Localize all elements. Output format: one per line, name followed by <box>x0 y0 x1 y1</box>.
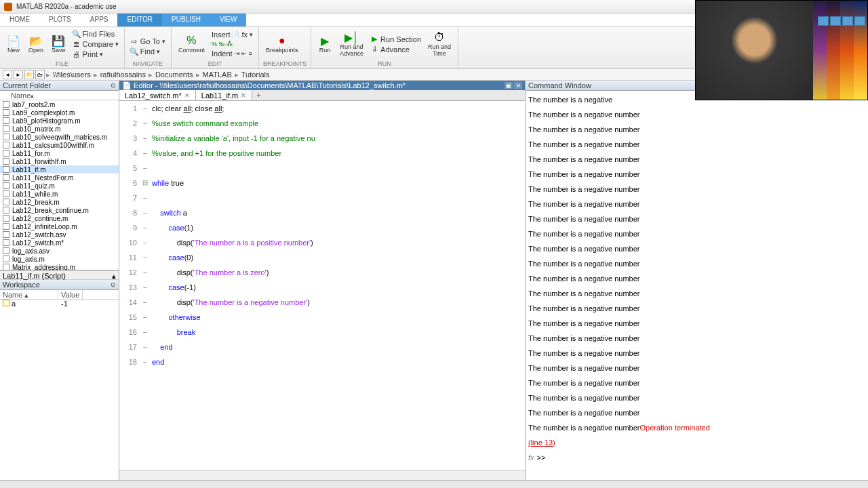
panel-dropdown-icon[interactable]: ⊙ <box>111 82 116 89</box>
workspace-header: Workspace ⊙ <box>0 280 119 290</box>
advance-button[interactable]: ⇓Advance <box>369 45 422 54</box>
editor-tabs: Lab12_switch.m*✕ Lab11_if.m✕ + <box>119 90 525 101</box>
workspace-row[interactable]: a -1 <box>0 300 119 308</box>
editor-tab[interactable]: Lab11_if.m✕ <box>196 90 252 100</box>
file-item[interactable]: Lab9_complexplot.m <box>0 108 119 117</box>
mfile-icon <box>3 199 9 205</box>
breadcrumb-seg[interactable]: rafiulhossains <box>99 70 147 79</box>
breadcrumb-seg[interactable]: Documents <box>154 70 195 79</box>
file-item[interactable]: Lab12_infiniteLoop.m <box>0 222 119 230</box>
close-icon[interactable]: ✕ <box>241 92 246 99</box>
file-item[interactable]: Lab12_break_continue.m <box>0 206 119 214</box>
new-file-icon: 📄 <box>7 34 20 47</box>
tab-apps[interactable]: APPS <box>81 14 118 26</box>
editor-doc-icon: 📄 <box>122 81 132 89</box>
new-button[interactable]: 📄New <box>4 28 23 60</box>
close-icon[interactable]: ✕ <box>184 92 190 99</box>
save-button[interactable]: 💾Save <box>49 28 68 60</box>
qa-save-button[interactable] <box>818 16 829 26</box>
mfile-icon <box>3 158 9 165</box>
indent-button[interactable]: Indent ⇥ ⇤ ≡ <box>210 49 254 58</box>
editor-close-button[interactable]: ✕ <box>514 82 522 89</box>
qa-paste-button[interactable] <box>854 16 865 26</box>
play-advance-icon: ▶│ <box>345 30 359 44</box>
file-item[interactable]: Lab11_for.m <box>0 149 119 157</box>
folder-name-col[interactable]: Name ▴ <box>0 91 119 100</box>
file-item[interactable]: Lab12_switch.asv <box>0 230 119 239</box>
file-item[interactable]: lab7_roots2.m <box>0 100 119 108</box>
mfile-icon <box>3 247 9 254</box>
goto-button[interactable]: ⇨Go To ▾ <box>129 37 167 46</box>
open-button[interactable]: 📂Open <box>26 28 46 60</box>
group-breakpoints-label: BREAKPOINTS <box>263 60 307 67</box>
breadcrumb-seg[interactable]: \\files\users <box>52 70 92 79</box>
new-tab-button[interactable]: + <box>252 90 264 100</box>
group-edit-label: EDIT <box>176 60 254 67</box>
file-item[interactable]: Lab12_break.m <box>0 198 119 206</box>
browse-button[interactable]: 🗁 <box>35 70 45 79</box>
comment-button[interactable]: %Comment <box>176 28 208 60</box>
qa-cut-button[interactable] <box>830 16 841 26</box>
breakpoints-button[interactable]: ●Breakpoints <box>263 28 301 60</box>
script-info-bar[interactable]: Lab11_if.m (Script)▴ <box>0 270 119 280</box>
file-item[interactable]: Lab10_solveeqwith_matrices.m <box>0 133 119 141</box>
find-button[interactable]: 🔍Find ▾ <box>129 47 167 56</box>
fx-prompt-icon: fx <box>528 453 534 462</box>
code-editor[interactable]: 123456789101112131415161718 –––––⊟––––––… <box>119 101 525 470</box>
file-item[interactable]: Lab11_calcsum100withIf.m <box>0 141 119 149</box>
qa-copy-button[interactable] <box>842 16 853 26</box>
tab-plots[interactable]: PLOTS <box>39 14 81 26</box>
breadcrumb-seg[interactable]: Tutorials <box>240 70 271 79</box>
run-section-button[interactable]: ▶Run Section <box>369 35 422 44</box>
run-advance-button[interactable]: ▶│Run and Advance <box>337 28 366 60</box>
panel-dropdown-icon[interactable]: ⊙ <box>111 281 116 288</box>
tab-view[interactable]: VIEW <box>210 14 247 26</box>
editor-tab[interactable]: Lab12_switch.m*✕ <box>119 90 196 100</box>
file-item[interactable]: Lab9_plotHistogram.m <box>0 117 119 125</box>
group-run-label: RUN <box>315 60 454 67</box>
mfile-icon <box>3 109 9 116</box>
matlab-logo-icon <box>4 3 12 11</box>
up-button[interactable]: 📁 <box>24 70 34 79</box>
window-title: MATLAB R2020a - academic use <box>16 3 117 10</box>
mfile-icon <box>3 215 9 222</box>
file-item[interactable]: log_axis.asv <box>0 247 119 255</box>
file-item[interactable]: Lab11_forwithIf.m <box>0 157 119 165</box>
print-icon: 🖨 <box>73 50 81 58</box>
search-icon: 🔍 <box>73 30 81 38</box>
tab-editor[interactable]: EDITOR <box>117 14 162 26</box>
file-item[interactable]: Lab12_continue.m <box>0 214 119 222</box>
mfile-icon <box>3 174 9 181</box>
run-button[interactable]: ▶Run <box>315 28 334 60</box>
editor-scrollbar[interactable] <box>119 470 525 480</box>
run-time-button[interactable]: ⏱Run and Time <box>425 28 454 60</box>
forward-button[interactable]: ► <box>14 70 23 79</box>
variable-icon <box>3 300 9 306</box>
print-button[interactable]: 🖨Print ▾ <box>71 49 120 59</box>
advance-icon: ⇓ <box>370 45 378 54</box>
editor-undock-button[interactable]: ▣ <box>505 82 513 89</box>
comment-inline-button[interactable]: % ‰ ⁂ <box>210 40 254 48</box>
ws-name-col[interactable]: Name ▴ <box>0 290 58 299</box>
mfile-icon <box>3 101 9 108</box>
compare-button[interactable]: ≣Compare ▾ <box>71 39 120 49</box>
file-item[interactable]: Lab11_while.m <box>0 190 119 198</box>
mfile-icon <box>3 182 9 189</box>
ws-value-col[interactable]: Value <box>58 290 83 299</box>
file-item[interactable]: log_axis.m <box>0 255 119 263</box>
file-item[interactable]: Lab10_matrix.m <box>0 125 119 133</box>
file-item[interactable]: Lab12_switch.m* <box>0 239 119 247</box>
mfile-icon <box>3 256 9 262</box>
insert-button[interactable]: Insert 📄 fx ▾ <box>210 30 254 39</box>
file-item[interactable]: Lab11_if.m <box>0 165 119 174</box>
file-item[interactable]: Matrix_addressing.m <box>0 263 119 270</box>
tab-home[interactable]: HOME <box>0 14 39 26</box>
tab-publish[interactable]: PUBLISH <box>162 14 210 26</box>
find-files-button[interactable]: 🔍Find Files <box>71 29 120 39</box>
file-item[interactable]: Lab11_NestedFor.m <box>0 174 119 182</box>
back-button[interactable]: ◄ <box>3 70 12 79</box>
command-window-body[interactable]: The number is a negativeThe number is a … <box>526 91 868 480</box>
file-item[interactable]: Lab11_quiz.m <box>0 182 119 190</box>
group-navigate-label: NAVIGATE <box>129 60 167 67</box>
breadcrumb-seg[interactable]: MATLAB <box>201 70 233 79</box>
